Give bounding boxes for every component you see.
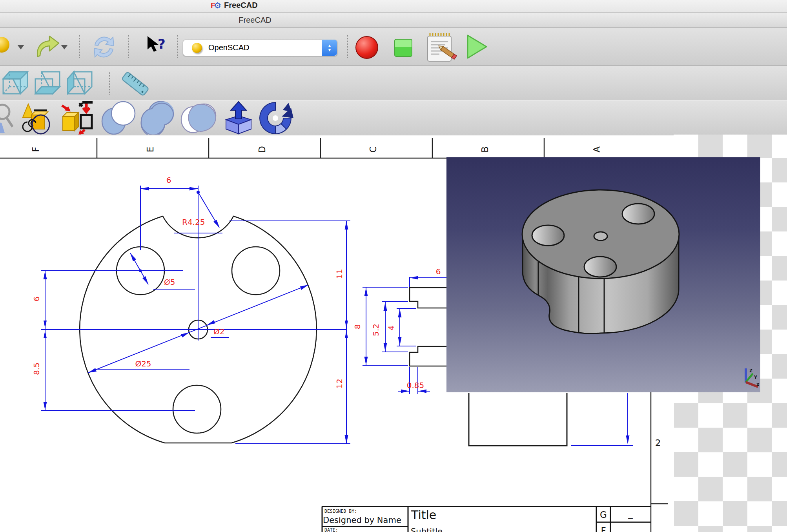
svg-text:6: 6 bbox=[32, 297, 41, 302]
part-3d bbox=[446, 157, 760, 392]
svg-text:DATE:: DATE: bbox=[324, 527, 338, 532]
svg-text:4: 4 bbox=[386, 326, 396, 331]
svg-text:F: F bbox=[601, 526, 606, 532]
svg-text:Designed by Name: Designed by Name bbox=[323, 516, 401, 525]
svg-text:12: 12 bbox=[335, 379, 344, 388]
svg-text:DESIGNED BY:: DESIGNED BY: bbox=[324, 508, 357, 514]
svg-text:Title: Title bbox=[411, 508, 436, 522]
axis-y-label: Y bbox=[754, 374, 757, 380]
svg-text:D: D bbox=[257, 146, 267, 153]
svg-text:E: E bbox=[145, 147, 155, 153]
dimension-labels: 6 R4.25 Ø5 6 8.5 Ø2 Ø25 11 12 6 8 5.2 4 … bbox=[32, 175, 441, 390]
axis-z-label: Z bbox=[749, 368, 752, 373]
svg-text:2: 2 bbox=[655, 438, 661, 448]
svg-text:_: _ bbox=[628, 508, 633, 519]
svg-text:R4.25: R4.25 bbox=[182, 217, 205, 227]
svg-text:C: C bbox=[368, 146, 378, 153]
svg-text:Ø25: Ø25 bbox=[135, 359, 151, 368]
svg-text:Ø2: Ø2 bbox=[213, 327, 224, 336]
svg-text:6: 6 bbox=[436, 267, 441, 276]
svg-text:F: F bbox=[31, 147, 41, 152]
svg-text:11: 11 bbox=[335, 269, 344, 279]
detail-view[interactable] bbox=[469, 393, 567, 446]
svg-text:B: B bbox=[480, 146, 490, 153]
svg-text:6: 6 bbox=[166, 175, 171, 185]
svg-text:8.5: 8.5 bbox=[32, 363, 41, 375]
svg-text:8: 8 bbox=[353, 324, 362, 330]
svg-text:A: A bbox=[592, 146, 602, 153]
axis-x-label: x bbox=[756, 381, 760, 387]
title-block-text: DESIGNED BY: Designed by Name DATE: Titl… bbox=[323, 508, 633, 532]
svg-text:0.85: 0.85 bbox=[407, 381, 424, 390]
freecad-window: F⚙ FreeCAD FreeCAD ? OpenSCA bbox=[0, 0, 787, 532]
section-view[interactable] bbox=[410, 288, 451, 366]
svg-text:5.2: 5.2 bbox=[371, 324, 381, 336]
svg-text:Ø5: Ø5 bbox=[164, 277, 175, 287]
viewport-3d[interactable]: Z Y x bbox=[446, 157, 760, 392]
svg-text:Subtitle: Subtitle bbox=[411, 527, 443, 532]
svg-text:G: G bbox=[600, 510, 607, 520]
